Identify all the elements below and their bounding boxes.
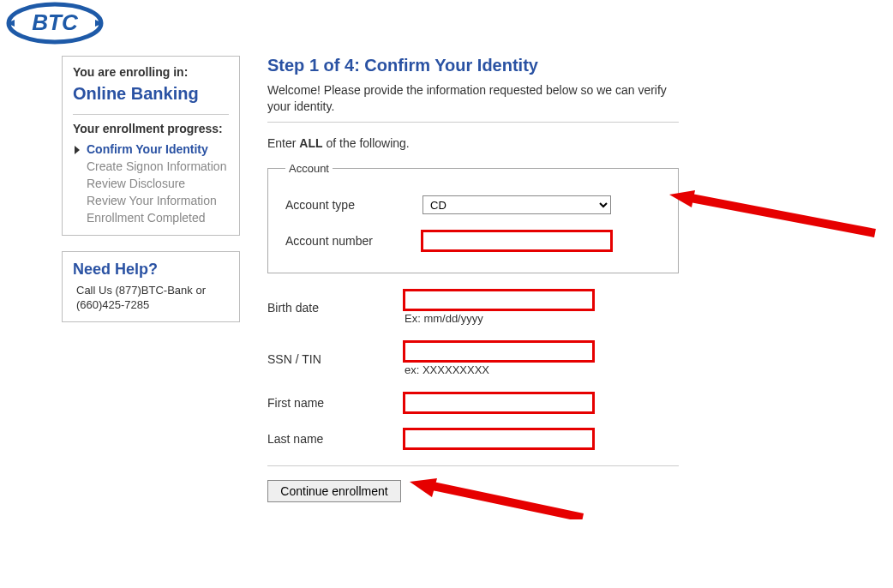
last-name-input[interactable] [405, 429, 593, 448]
progress-step-signon: Create Signon Information [78, 158, 229, 175]
last-name-label: Last name [267, 432, 405, 446]
ssn-label: SSN / TIN [267, 352, 405, 366]
logo-wrap: BTC [0, 0, 893, 56]
account-legend: Account [285, 162, 333, 175]
page-title: Step 1 of 4: Confirm Your Identity [267, 56, 679, 75]
enrolling-in-label: You are enrolling in: [73, 65, 229, 79]
birth-date-input[interactable] [405, 291, 593, 309]
svg-marker-7 [410, 478, 437, 497]
divider-bottom [267, 465, 679, 466]
help-box: Need Help? Call Us (877)BTC-Bank or (660… [62, 251, 240, 322]
sidebar: You are enrolling in: Online Banking You… [62, 56, 240, 338]
annotation-arrow-icon [403, 475, 591, 519]
enrolling-in-title: Online Banking [73, 84, 229, 104]
birth-date-label: Birth date [267, 301, 405, 315]
svg-text:BTC: BTC [32, 9, 79, 35]
help-text: Call Us (877)BTC-Bank or (660)425-7285 [73, 284, 229, 313]
enrollment-box: You are enrolling in: Online Banking You… [62, 56, 240, 236]
account-type-select[interactable]: CD [423, 195, 611, 214]
enter-all-bold: ALL [299, 136, 322, 150]
progress-step-review: Review Your Information [78, 192, 229, 209]
progress-step-disclosure: Review Disclosure [78, 175, 229, 192]
ssn-input[interactable] [405, 342, 593, 361]
enter-all-text: Enter ALL of the following. [267, 136, 679, 150]
svg-line-6 [429, 485, 583, 518]
account-number-input[interactable] [423, 231, 611, 250]
logo: BTC [3, 0, 106, 49]
svg-line-4 [686, 197, 875, 233]
divider [267, 122, 679, 123]
first-name-label: First name [267, 396, 405, 410]
enter-all-suffix: of the following. [323, 136, 410, 150]
continue-enrollment-button[interactable]: Continue enrollment [267, 480, 401, 502]
first-name-input[interactable] [405, 393, 593, 412]
help-title: Need Help? [73, 261, 229, 279]
welcome-text: Welcome! Please provide the information … [267, 82, 679, 115]
progress-list: Confirm Your Identity Create Signon Info… [73, 141, 229, 226]
account-number-label: Account number [285, 234, 423, 248]
progress-step-confirm: Confirm Your Identity [78, 141, 229, 158]
progress-label: Your enrollment progress: [73, 114, 229, 135]
progress-step-completed: Enrollment Completed [78, 209, 229, 226]
enter-all-prefix: Enter [267, 136, 299, 150]
account-fieldset: Account Account type CD Account number [267, 162, 679, 273]
birth-date-hint: Ex: mm/dd/yyyy [405, 312, 679, 325]
svg-marker-5 [669, 190, 695, 207]
ssn-hint: ex: XXXXXXXXX [405, 363, 679, 376]
main-content: Step 1 of 4: Confirm Your Identity Welco… [267, 56, 679, 502]
annotation-arrow-icon [661, 190, 884, 242]
account-type-label: Account type [285, 198, 423, 212]
